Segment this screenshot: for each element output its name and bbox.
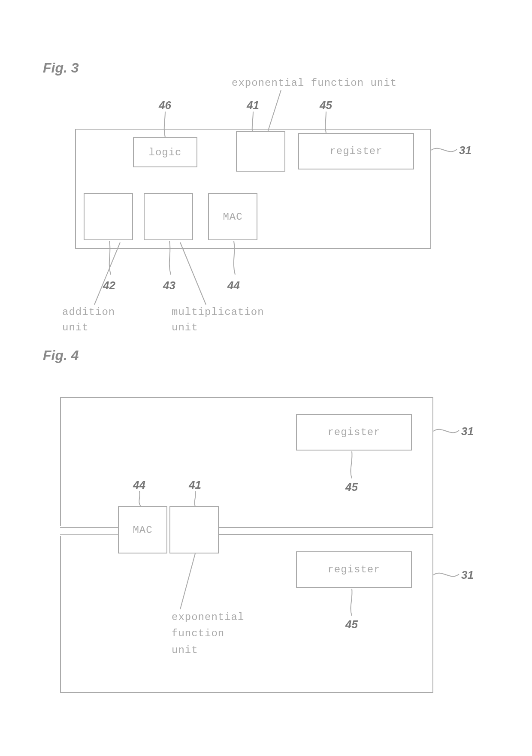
fig3-ref-43: 43: [163, 279, 175, 292]
fig3-box-41: [236, 131, 285, 172]
fig3-box-register: register: [298, 133, 414, 169]
fig4-box-41: [169, 506, 219, 553]
fig3-label-addition: additionunit: [62, 305, 115, 336]
fig4-ref-31-lower: 31: [461, 569, 474, 582]
fig3-box-42: [84, 193, 133, 240]
fig3-ref-41: 41: [247, 99, 259, 112]
fig3-label-multiplication: multiplicationunit: [172, 305, 264, 336]
fig3-ref-45: 45: [320, 99, 332, 112]
fig4-ref-44: 44: [133, 478, 145, 492]
fig4-box-register-lower: register: [296, 551, 412, 588]
svg-line-2: [180, 242, 206, 305]
fig3-ref-31: 31: [459, 144, 472, 157]
fig4-ref-31-upper: 31: [461, 425, 474, 438]
figure-4-title: Fig. 4: [43, 348, 79, 363]
fig3-box-logic: logic: [133, 137, 197, 167]
fig4-ref-45-upper: 45: [345, 481, 358, 494]
fig3-box-register-label: register: [329, 145, 382, 157]
fig4-box-mac: MAC: [118, 506, 167, 553]
fig4-box-mac-label: MAC: [133, 524, 152, 536]
figure-3-title: Fig. 3: [43, 60, 79, 76]
fig3-ref-44: 44: [227, 279, 240, 292]
fig3-callout-exponential: exponential function unit: [232, 77, 397, 89]
fig3-box-logic-label: logic: [148, 147, 181, 158]
svg-line-1: [94, 242, 120, 305]
fig4-label-exponential: exponentialfunctionunit: [172, 609, 244, 659]
fig3-box-mac: MAC: [208, 193, 257, 240]
fig4-ref-41: 41: [189, 478, 201, 492]
fig4-register-lower-label: register: [327, 564, 380, 575]
fig3-box-43: [144, 193, 193, 240]
fig4-ref-45-lower: 45: [345, 618, 358, 631]
fig4-register-upper-label: register: [327, 426, 380, 438]
fig3-ref-42: 42: [103, 279, 115, 292]
fig3-box-mac-label: MAC: [223, 211, 242, 223]
fig4-box-register-upper: register: [296, 414, 412, 451]
fig3-ref-46: 46: [159, 99, 171, 112]
